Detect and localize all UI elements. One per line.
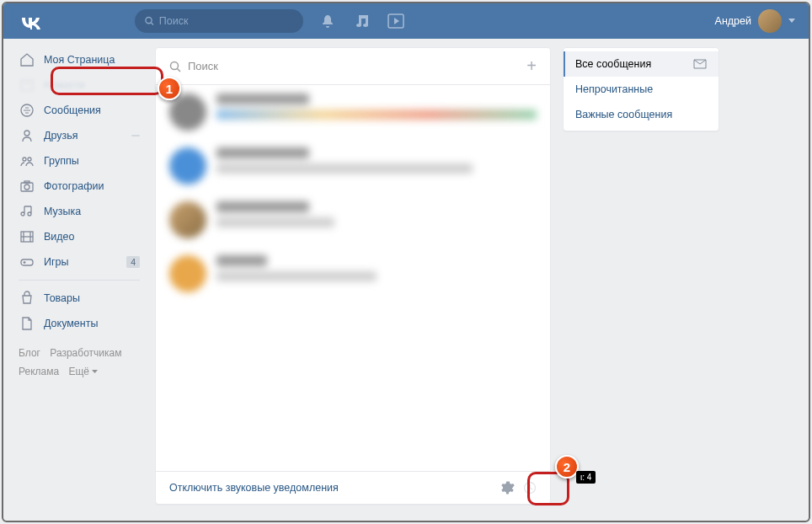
filter-label: Важные сообщения [575,109,672,120]
gear-icon[interactable] [499,480,515,495]
footer-developers[interactable]: Разработчикам [50,347,121,359]
svg-rect-11 [24,181,29,183]
chevron-down-icon [788,19,795,24]
messages-panel: + [155,47,551,505]
filter-important[interactable]: Важные сообщения [564,102,719,127]
user-menu[interactable]: Андрей [715,9,795,33]
sidebar-item-groups[interactable]: Группы [10,148,148,174]
conversation-avatar [169,94,206,131]
conversation-avatar [169,147,206,184]
bag-icon [19,290,35,307]
header-icons [320,13,404,29]
sidebar-item-profile[interactable]: Моя Страница [10,47,148,72]
new-message-button[interactable]: + [526,56,537,76]
friends-icon [19,127,35,144]
vk-logo[interactable] [17,13,42,29]
svg-line-20 [178,68,181,72]
nav-label: Документы [44,318,140,329]
sidebar-item-market[interactable]: Товары [10,286,148,311]
nav-label: Товары [44,292,140,304]
nav-label: Друзья [44,130,131,142]
sidebar-item-music[interactable]: Музыка [10,199,148,224]
music-note-icon [19,203,35,220]
tooltip: ι: 4 [576,471,596,484]
search-icon [145,16,154,26]
conversation-preview [216,255,537,281]
svg-point-10 [24,184,29,190]
music-icon[interactable] [354,13,369,29]
nav-label: Сообщения [44,104,140,116]
avatar [758,9,782,33]
conversation-preview [216,94,537,120]
filter-unread[interactable]: Непрочитанные [564,77,719,102]
filter-label: Все сообщения [575,58,651,70]
svg-point-8 [28,158,31,161]
messages-footer: Отключить звуковые уведомления [156,471,550,504]
messages-icon [19,102,35,119]
news-icon [19,77,35,94]
message-item[interactable] [156,193,550,247]
film-icon [19,228,35,245]
envelope-icon [693,59,707,69]
nav-badge: 4 [126,256,140,268]
message-item[interactable] [156,139,550,193]
filter-panel: Все сообщения Непрочитанные Важные сообщ… [563,47,719,131]
filter-label: Непрочитанные [575,83,653,95]
message-item[interactable] [156,85,550,139]
footer-more[interactable]: Ещё [68,366,98,377]
username: Андрей [715,15,751,27]
footer-ads[interactable]: Реклама [19,366,59,377]
top-header: Андрей [3,3,809,39]
header-search[interactable] [135,9,303,33]
conversation-preview [216,201,537,227]
nav-label: Группы [44,155,140,167]
callout-badge: 1 [158,77,181,100]
filter-all[interactable]: Все сообщения [564,51,719,77]
gamepad-icon [19,254,35,270]
nav-badge [131,135,140,136]
svg-rect-3 [21,80,33,90]
message-item[interactable] [156,247,550,301]
doc-icon [19,315,35,332]
sidebar-item-messages[interactable]: Сообщения [10,98,148,123]
conversation-preview [216,147,537,174]
play-icon[interactable] [387,13,404,29]
bell-icon[interactable] [320,13,335,29]
groups-icon [19,152,35,169]
header-search-input[interactable] [159,15,293,27]
messages-list [156,85,550,471]
camera-icon [19,178,35,195]
home-icon [19,51,35,68]
sidebar-item-video[interactable]: Видео [10,224,148,249]
disable-sound-link[interactable]: Отключить звуковые уведомления [169,482,339,494]
conversation-avatar [169,255,206,292]
sidebar-item-games[interactable]: Игры 4 [10,249,148,275]
clock-icon[interactable] [523,481,537,495]
messages-search-bar: + [156,48,550,85]
nav-label: Фотографии [44,180,140,192]
nav-label: Новости [44,79,140,91]
nav-label: Видео [44,231,140,243]
nav-label: Музыка [44,206,140,217]
nav-label: Моя Страница [44,54,140,66]
sidebar: Моя Страница Новости Сообщения Друзья Гр… [3,47,155,521]
sidebar-footer: Блог Разработчикам Реклама Ещё [10,336,148,389]
sidebar-item-docs[interactable]: Документы [10,311,148,336]
search-icon [169,61,181,72]
svg-point-7 [23,158,26,161]
svg-point-19 [171,61,179,69]
svg-point-0 [146,17,152,23]
nav-label: Игры [44,256,126,268]
sidebar-item-friends[interactable]: Друзья [10,123,148,148]
footer-blog[interactable]: Блог [19,347,40,359]
conversation-avatar [169,201,206,238]
callout-badge: 2 [555,455,579,479]
svg-rect-16 [21,259,33,265]
svg-point-6 [24,131,29,136]
sidebar-item-news[interactable]: Новости [10,72,148,98]
sidebar-item-photos[interactable]: Фотографии [10,174,148,199]
messages-search-input[interactable] [188,60,526,72]
separator [19,280,140,281]
svg-line-1 [151,23,153,25]
